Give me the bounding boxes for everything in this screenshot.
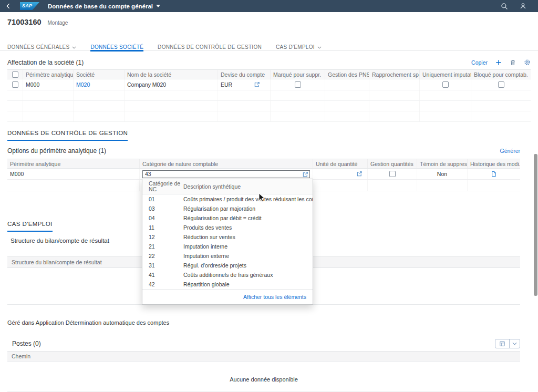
suggest-item-code: 41 [142, 270, 183, 280]
change-history-icon[interactable] [491, 171, 496, 177]
suggest-item-code: 04 [142, 213, 183, 223]
export-menu-button[interactable] [510, 339, 520, 348]
suggest-item[interactable]: 41Coûts additionnels de frais généraux [142, 270, 313, 280]
suggest-item-desc: Imputation externe [183, 251, 313, 261]
object-header: 71003160 Montage [7, 18, 68, 26]
suggest-item[interactable]: 01Coûts primaires / produit des ventes r… [142, 194, 313, 204]
cell-gestion-pns [325, 79, 369, 90]
suggest-item-desc: Réduction sur ventes [183, 232, 313, 242]
tab-donnees-societe[interactable]: DONNÉES SOCIÉTÉ [90, 40, 143, 51]
column-header: Gestion des PNS [325, 70, 369, 79]
anchor-bar: DONNÉES GÉNÉRALES DONNÉES SOCIÉTÉ DONNÉE… [0, 40, 538, 51]
popup-column-desc: Description synthétique [183, 179, 313, 194]
popup-header-row: Catégorie de NC Description synthétique [142, 179, 313, 194]
company-table: Périmètre analytique Société Nom de la s… [7, 69, 531, 122]
suggest-item-desc: Répartition globale [183, 280, 313, 289]
column-header: Nom de la société [125, 70, 218, 79]
societe-link[interactable]: M020 [76, 81, 90, 88]
cell-perimetre-analytique: M000 [7, 169, 140, 179]
company-table-toolbar: Copier [471, 59, 531, 66]
column-header: Devise du compte [218, 70, 271, 79]
column-header: Catégorie de nature comptable [140, 159, 313, 168]
suggest-item[interactable]: 42Répartition globale [142, 280, 313, 289]
postes-title: Postes (0) [12, 340, 41, 347]
suggest-item-code: 42 [142, 280, 183, 289]
company-table-header-row: Périmètre analytique Société Nom de la s… [7, 69, 531, 79]
cell-devise: EUR [221, 81, 232, 88]
suggest-item[interactable]: 12Réduction sur ventes [142, 232, 313, 242]
app-title-menu[interactable]: Données de base du compte général [48, 3, 160, 9]
suggest-item-desc: Régul. d'ordres/de projets [183, 261, 313, 270]
categorie-nature-comptable-field[interactable] [142, 170, 310, 178]
generate-button[interactable]: Générer [500, 148, 520, 154]
controlling-subsection-header: Options du périmètre analytique (1) Géné… [7, 147, 520, 154]
table-row-empty [7, 101, 531, 111]
tab-label: DONNÉES DE CONTRÔLE DE GESTION [158, 44, 262, 50]
table-row-empty [7, 111, 531, 122]
company-section-title: Affectation de la société (1) [7, 59, 84, 66]
search-icon[interactable] [501, 3, 508, 10]
tab-donnees-generales[interactable]: DONNÉES GÉNÉRALES [7, 40, 76, 51]
back-button[interactable] [0, 3, 16, 9]
settings-icon[interactable] [524, 59, 531, 66]
suggest-item-code: 11 [142, 223, 183, 232]
value-help-icon[interactable] [302, 171, 308, 178]
sap-logo[interactable]: SAP [20, 2, 39, 10]
table-row-empty [7, 90, 531, 101]
user-icon[interactable] [520, 3, 526, 9]
tab-donnees-controle-gestion[interactable]: DONNÉES DE CONTRÔLE DE GESTION [158, 40, 262, 51]
marque-suppression-checkbox[interactable] [295, 81, 301, 88]
delete-icon[interactable] [510, 59, 516, 66]
categorie-input[interactable] [145, 171, 300, 177]
tab-label: DONNÉES SOCIÉTÉ [90, 44, 143, 50]
column-header: Gestion quantités [368, 159, 417, 168]
vertical-scrollbar[interactable] [534, 154, 537, 296]
postes-table-body: Aucune donnée disponible [7, 362, 520, 391]
usage-subsection-label: Structure du bilan/compte de résultat [11, 238, 109, 244]
suggest-item[interactable]: 31Régul. d'ordres/de projets [142, 261, 313, 270]
copy-button[interactable]: Copier [471, 59, 488, 66]
gestion-quantites-checkbox[interactable] [389, 171, 396, 177]
usage-section-title: CAS D'EMPLOI [7, 221, 53, 232]
chevron-down-icon [72, 46, 76, 49]
suggest-item[interactable]: 21Imputation interne [142, 242, 313, 251]
cell-perimetre-analytique: M000 [23, 79, 74, 90]
suggest-item-desc: Régularisation par majoration [183, 204, 313, 213]
uniquement-imputable-checkbox[interactable] [442, 81, 449, 88]
postes-table-header: Chemin [7, 351, 520, 362]
bloque-comptabilisation-checkbox[interactable] [498, 81, 504, 88]
cell-rapprochement [369, 79, 420, 90]
suggest-item-code: 01 [142, 194, 183, 204]
suggest-item[interactable]: 03Régularisation par majoration [142, 204, 313, 213]
suggest-item-code: 22 [142, 251, 183, 261]
export-button[interactable] [495, 339, 510, 348]
controlling-section-title: DONNÉES DE CONTRÔLE DE GESTION [7, 130, 128, 141]
options-perimetre-title: Options du périmètre analytique (1) [7, 147, 106, 154]
add-icon[interactable] [495, 59, 502, 66]
column-header: Unité de quantité [313, 159, 368, 168]
no-data-text: Aucune donnée disponible [7, 376, 520, 383]
tab-cas-emploi[interactable]: CAS D'EMPLOI [276, 40, 322, 51]
suggest-item[interactable]: 11Produits des ventes [142, 223, 313, 232]
column-header: Société [74, 70, 125, 79]
popup-footer: Afficher tous les éléments [142, 289, 313, 304]
suggest-item-code: 21 [142, 242, 183, 251]
suggest-item[interactable]: 04Régularisation par débit = crédit [142, 213, 313, 223]
tab-label: CAS D'EMPLOI [276, 44, 315, 50]
column-header: Témoin de suppress. [417, 159, 468, 168]
row-checkbox[interactable] [12, 81, 18, 88]
value-help-popup: Catégorie de NC Description synthétique … [142, 179, 313, 305]
cell-temoin-suppression: Non [417, 169, 468, 179]
suggest-item-code: 12 [142, 232, 183, 242]
table-row: M000 Non [7, 169, 520, 180]
managed-in-text: Géré dans Application Détermination auto… [7, 319, 169, 326]
suggest-item[interactable]: 22Imputation externe [142, 251, 313, 261]
export-split-button [495, 339, 520, 348]
sap-logo-text: SAP [22, 3, 32, 8]
select-all-checkbox[interactable] [12, 71, 18, 78]
show-all-items-link[interactable]: Afficher tous les éléments [243, 294, 306, 300]
value-help-icon[interactable] [254, 81, 260, 88]
page-title: 71003160 [7, 18, 42, 26]
chevron-down-icon [317, 46, 322, 49]
value-help-icon[interactable] [356, 171, 363, 177]
